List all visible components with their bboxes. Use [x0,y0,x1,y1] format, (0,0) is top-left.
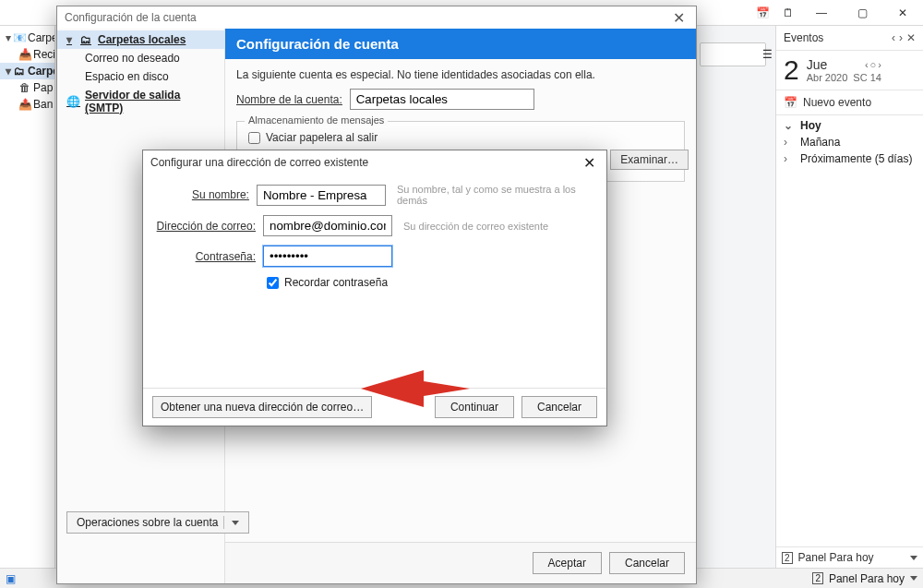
events-close-button[interactable]: ✕ [906,31,916,44]
events-section-today[interactable]: ⌄Hoy [784,119,916,132]
date-today-button[interactable]: ○ [870,59,877,70]
globe-icon: 🌐 [66,95,79,108]
chevron-down-icon[interactable] [910,576,917,581]
sidebar-item-smtp[interactable]: 🌐 Servidor de salida (SMTP) [57,86,224,117]
tree-item[interactable]: ▾🗂Carpe [0,63,54,79]
configure-email-dialog: Configurar una dirección de correo exist… [142,150,607,426]
maximize-button[interactable]: ▢ [842,0,882,26]
events-title: Eventos [784,31,823,44]
folder-tree: ▾📧Carpe 📥Recib ▾🗂Carpe 🗑Pap 📤Ban [0,26,55,568]
events-prev-button[interactable]: ‹ [892,31,895,44]
password-input[interactable] [263,246,392,267]
folder-icon: 🗂 [79,33,92,46]
minimize-button[interactable]: — [801,0,842,26]
menu-icon[interactable]: ☰ [761,42,773,66]
events-footer-label[interactable]: Panel Para hoy [798,551,874,564]
name-input[interactable] [257,185,386,206]
calendar-icon[interactable]: 📅 [749,0,775,26]
tree-item[interactable]: 📤Ban [0,96,54,113]
events-week: SC 14 [853,72,881,83]
calendar-plus-icon: 📅 [784,96,797,109]
account-name-label: Nombre de la cuenta: [236,93,342,106]
configure-email-title: Configurar una dirección de correo exist… [150,156,368,169]
sidebar-item-junk[interactable]: Correo no deseado [57,49,224,67]
close-icon[interactable]: ✕ [669,9,689,27]
search-box-fragment[interactable] [700,42,766,66]
settings-banner: Configuración de cuenta [225,29,696,59]
sidebar-item-local-folders[interactable]: ▾🗂 Carpetas locales [57,30,224,49]
folder-icon: 🗂 [13,65,26,78]
browse-button[interactable]: Examinar… [610,150,689,170]
email-hint: Su dirección de correo existente [403,221,548,232]
account-operations-button[interactable]: Operaciones sobre la cuenta [66,511,249,534]
events-next-button[interactable]: › [899,31,903,44]
tree-item[interactable]: ▾📧Carpe [0,30,54,46]
dialog-title: Configuración de la cuenta [65,11,197,24]
events-section-soon[interactable]: ›Próximamente (5 días) [784,152,916,165]
account-name-input[interactable] [350,89,534,110]
ok-button[interactable]: Aceptar [533,552,602,574]
remember-password-label: Recordar contraseña [284,276,388,289]
sidebar-item-disk-space[interactable]: Espacio en disco [57,67,224,86]
empty-trash-label: Vaciar papelera al salir [266,131,378,144]
outbox-icon: 📤 [18,98,31,111]
status-panel-label[interactable]: Panel Para hoy [829,572,905,585]
chevron-down-icon [232,521,239,525]
mail-icon: 📧 [13,31,26,44]
name-label: Su nombre: [154,188,249,201]
date-prev-button[interactable]: ‹ [865,59,869,70]
tree-item[interactable]: 🗑Pap [0,79,54,96]
tree-item[interactable]: 📥Recib [0,46,54,63]
events-day-number: 2 [784,56,799,84]
name-hint: Su nombre, tal y como se muestra a los d… [397,184,595,206]
empty-trash-checkbox[interactable] [248,132,260,144]
events-section-tomorrow[interactable]: ›Mañana [784,136,916,149]
status-app-icon: ▣ [6,572,16,585]
notes-icon[interactable]: 🗒 [775,0,801,26]
cancel-button[interactable]: Cancelar [521,396,597,418]
email-label: Dirección de correo: [154,220,256,233]
close-icon[interactable]: ✕ [580,154,599,172]
close-window-button[interactable]: ✕ [882,0,923,26]
new-event-button[interactable]: 📅 Nuevo evento [776,90,923,115]
storage-group-title: Almacenamiento de mensajes [245,114,388,126]
continue-button[interactable]: Continuar [435,396,514,418]
password-label: Contraseña: [154,250,256,263]
remember-password-checkbox[interactable] [267,277,279,289]
calendar-day-icon: 2 [782,552,793,564]
inbox-icon: 📥 [18,48,31,61]
date-next-button[interactable]: › [878,59,881,70]
events-day-name: Jue [807,57,828,72]
cancel-button[interactable]: Cancelar [609,552,685,574]
trash-icon: 🗑 [18,81,31,94]
email-input[interactable] [263,215,392,236]
chevron-down-icon[interactable] [910,556,917,560]
events-panel: Eventos ‹ › ✕ 2 Jue ‹ ○ › Abr 2020 [775,26,923,568]
calendar-day-icon: 2 [812,572,823,584]
get-new-address-button[interactable]: Obtener una nueva dirección de correo… [152,396,372,418]
settings-description: La siguiente cuenta es especial. No tien… [236,68,685,81]
events-month: Abr 2020 [807,72,848,83]
